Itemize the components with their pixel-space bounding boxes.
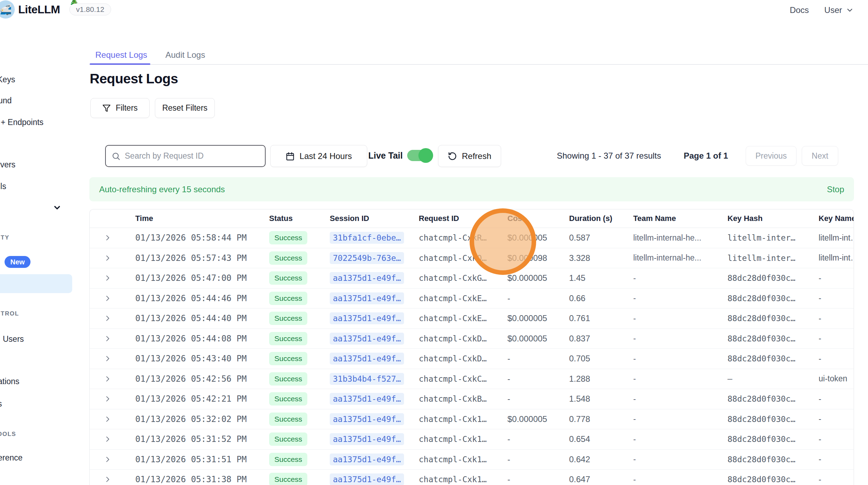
cost-value: - — [507, 394, 510, 403]
table-row[interactable]: 01/13/2026 05:42:56 PM Success 31b3b4b4-… — [90, 369, 854, 389]
tab-audit-logs[interactable]: Audit Logs — [165, 50, 205, 60]
sidebar-item-teams[interactable]: s — [0, 399, 2, 409]
time-range-button[interactable]: Last 24 Hours — [270, 145, 367, 167]
session-id-link[interactable]: 7022549b-763e… — [330, 252, 404, 264]
sidebar-item-guardrails[interactable]: ils — [0, 182, 6, 191]
session-id-link[interactable]: aa1375d1-e49f… — [330, 393, 404, 405]
table-row[interactable]: 01/13/2026 05:31:52 PM Success aa1375d1-… — [90, 429, 854, 450]
table-row[interactable]: 01/13/2026 05:42:21 PM Success aa1375d1-… — [90, 389, 854, 409]
table-row[interactable]: 01/13/2026 05:44:08 PM Success aa1375d1-… — [90, 329, 854, 349]
sidebar-item-servers[interactable]: rvers — [0, 160, 15, 169]
team-name: - — [633, 334, 636, 343]
sidebar-item-logs-selected[interactable] — [0, 274, 72, 293]
table-row[interactable]: 01/13/2026 05:57:43 PM Success 7022549b-… — [90, 248, 854, 269]
sidebar-item-playground[interactable]: und — [0, 96, 12, 105]
key-name: - — [819, 475, 821, 484]
session-id-link[interactable]: aa1375d1-e49f… — [330, 473, 404, 485]
log-time: 01/13/2026 05:31:52 PM — [135, 434, 247, 444]
stop-auto-refresh-button[interactable]: Stop — [827, 185, 844, 194]
row-expand-chevron-icon[interactable] — [104, 355, 119, 362]
row-expand-chevron-icon[interactable] — [104, 234, 119, 242]
status-badge: Success — [269, 432, 307, 446]
sidebar-item-models-endpoints[interactable]: + Endpoints — [1, 118, 43, 127]
brand-title: LiteLLM — [18, 3, 60, 16]
key-hash: – — [727, 374, 732, 383]
next-page-button[interactable]: Next — [802, 146, 838, 166]
session-id-link[interactable]: 31bfa1cf-0ebe… — [330, 232, 404, 244]
row-expand-chevron-icon[interactable] — [104, 476, 119, 483]
table-row[interactable]: 01/13/2026 05:32:02 PM Success aa1375d1-… — [90, 409, 854, 430]
row-expand-chevron-icon[interactable] — [104, 415, 119, 423]
auto-refresh-banner: Auto-refreshing every 15 seconds Stop — [89, 177, 854, 201]
key-name: litellm-int… — [819, 233, 854, 242]
sidebar-item-users[interactable]: Users — [3, 334, 24, 344]
duration-value: 0.761 — [569, 313, 590, 323]
version-badge: v1.80.12 — [69, 4, 111, 15]
table-row[interactable]: 01/13/2026 05:47:00 PM Success aa1375d1-… — [90, 268, 854, 289]
session-id-link[interactable]: aa1375d1-e49f… — [330, 272, 404, 284]
table-row[interactable]: 01/13/2026 05:43:40 PM Success aa1375d1-… — [90, 349, 854, 369]
docs-link[interactable]: Docs — [790, 5, 809, 15]
litellm-logo-icon: 🚅 — [0, 0, 15, 19]
toggle-knob — [418, 148, 433, 163]
cost-value: $0.000005 — [507, 334, 547, 343]
page-title: Request Logs — [90, 71, 178, 86]
session-id-link[interactable]: aa1375d1-e49f… — [330, 353, 404, 365]
row-expand-chevron-icon[interactable] — [104, 435, 119, 443]
sidebar-item-organizations[interactable]: ations — [0, 377, 19, 386]
reset-filters-button[interactable]: Reset Filters — [155, 98, 215, 118]
key-hash: 88dc28d0f030c… — [727, 435, 795, 444]
team-name: - — [633, 314, 636, 323]
status-badge: Success — [269, 413, 307, 426]
cost-value: $0.000005 — [507, 313, 547, 323]
key-hash: 88dc28d0f030c… — [727, 314, 795, 323]
table-header-row: Time Status Session ID Request ID Cost D… — [90, 209, 854, 228]
row-expand-chevron-icon[interactable] — [104, 395, 119, 403]
filters-button[interactable]: Filters — [90, 98, 150, 118]
log-time: 01/13/2026 05:58:44 PM — [135, 233, 247, 243]
previous-page-button[interactable]: Previous — [746, 146, 797, 166]
session-id-link[interactable]: aa1375d1-e49f… — [330, 433, 404, 445]
live-tail-toggle[interactable] — [407, 150, 430, 161]
session-id-link[interactable]: aa1375d1-e49f… — [330, 413, 404, 425]
status-badge: Success — [269, 271, 307, 285]
log-time: 01/13/2026 05:57:43 PM — [135, 253, 247, 263]
row-expand-chevron-icon[interactable] — [104, 254, 119, 262]
table-row[interactable]: 01/13/2026 05:31:51 PM Success aa1375d1-… — [90, 450, 854, 470]
row-expand-chevron-icon[interactable] — [104, 274, 119, 282]
cost-value: $0.000005 — [507, 414, 547, 424]
sidebar-item-keys[interactable]: Keys — [0, 75, 15, 84]
request-id: chatcmpl-Cxk1… — [419, 475, 487, 484]
row-expand-chevron-icon[interactable] — [104, 335, 119, 342]
search-input[interactable] — [125, 151, 251, 161]
row-expand-chevron-icon[interactable] — [104, 295, 119, 302]
chevron-down-icon — [846, 6, 854, 14]
table-row[interactable]: 01/13/2026 05:44:46 PM Success aa1375d1-… — [90, 289, 854, 309]
table-row[interactable]: 01/13/2026 05:31:38 PM Success aa1375d1-… — [90, 470, 854, 485]
session-id-link[interactable]: aa1375d1-e49f… — [330, 333, 404, 345]
team-name: - — [633, 354, 636, 363]
user-menu-label: User — [824, 5, 842, 15]
row-expand-chevron-icon[interactable] — [104, 375, 119, 383]
row-expand-chevron-icon[interactable] — [104, 456, 119, 463]
sidebar-collapse-chevron-icon[interactable] — [53, 203, 62, 212]
table-row[interactable]: 01/13/2026 05:44:40 PM Success aa1375d1-… — [90, 309, 854, 329]
col-header-time: Time — [119, 214, 268, 223]
session-id-link[interactable]: aa1375d1-e49f… — [330, 292, 404, 304]
tab-request-logs[interactable]: Request Logs — [95, 50, 147, 60]
request-id: chatcmpl-CxkD… — [419, 354, 487, 363]
refresh-button[interactable]: Refresh — [438, 145, 501, 167]
row-expand-chevron-icon[interactable] — [104, 314, 119, 322]
sidebar-item-api-reference[interactable]: erence — [0, 453, 22, 463]
table-row[interactable]: 01/13/2026 05:58:44 PM Success 31bfa1cf-… — [90, 228, 854, 248]
request-id: chatcmpl-CxkB… — [419, 394, 487, 403]
session-id-link[interactable]: 31b3b4b4-f527… — [330, 373, 404, 385]
request-id: chatcmpl-CxkR… — [419, 233, 487, 242]
user-menu[interactable]: User — [824, 5, 854, 15]
session-id-link[interactable]: aa1375d1-e49f… — [330, 453, 404, 465]
session-id-link[interactable]: aa1375d1-e49f… — [330, 312, 404, 324]
key-hash: litellm-inter… — [727, 233, 795, 242]
status-badge: Success — [269, 453, 307, 466]
key-name: - — [819, 394, 821, 403]
log-time: 01/13/2026 05:44:08 PM — [135, 334, 247, 344]
